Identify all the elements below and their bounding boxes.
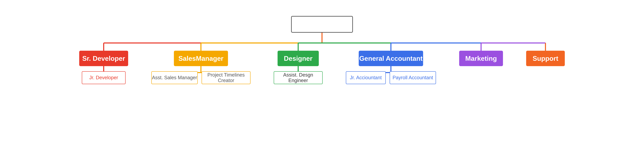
sales-manager-children: Asst. Sales Manager Project Timelines Cr… xyxy=(151,71,250,84)
sales-manager-node[interactable]: SalesManager xyxy=(174,51,228,66)
payroll-accountant-node[interactable]: Payroll Accountant xyxy=(390,71,436,84)
designer-children-row: Assist. Desgn Engineer xyxy=(274,71,323,84)
marketing-node[interactable]: Marketing xyxy=(459,51,503,66)
jr-developer-node[interactable]: Jr. Developer xyxy=(82,71,126,84)
jr-developer-label: Jr. Developer xyxy=(89,75,118,80)
col-marketing: Marketing xyxy=(459,51,503,66)
general-accountant-label: General Accountant xyxy=(359,55,422,62)
designer-node[interactable]: Designer xyxy=(278,51,319,66)
sr-developer-label: Sr. Developer xyxy=(82,55,125,62)
col-support: Support xyxy=(526,51,565,66)
col-designer: Designer Assist. Desgn Engineer xyxy=(274,51,323,84)
general-accountant-children: Jr. Acciountant Payroll Accountant xyxy=(346,71,436,84)
sales-manager-label: SalesManager xyxy=(178,55,224,62)
general-accountant-node[interactable]: General Accountant xyxy=(359,51,423,66)
col-sr-developer: Sr. Developer Jr. Developer xyxy=(79,51,128,84)
marketing-label: Marketing xyxy=(465,55,497,62)
asst-sales-manager-node[interactable]: Asst. Sales Manager xyxy=(151,71,198,84)
sr-developer-node[interactable]: Sr. Developer xyxy=(79,51,128,66)
project-timelines-node[interactable]: Project Timelines Creator xyxy=(202,71,250,84)
level1-container: Sr. Developer Jr. Developer SalesManager… xyxy=(13,51,631,84)
designer-children: Assist. Desgn Engineer xyxy=(274,71,323,84)
co-founders-box xyxy=(291,16,353,33)
jr-accountant-label: Jr. Acciountant xyxy=(350,75,382,80)
jr-accountant-node[interactable]: Jr. Acciountant xyxy=(346,71,386,84)
general-accountant-children-row: Jr. Acciountant Payroll Accountant xyxy=(346,71,436,84)
support-node[interactable]: Support xyxy=(526,51,565,66)
project-timelines-label: Project Timelines Creator xyxy=(202,72,250,83)
asst-sales-manager-label: Asst. Sales Manager xyxy=(152,75,197,80)
sales-manager-children-row: Asst. Sales Manager Project Timelines Cr… xyxy=(151,71,250,84)
org-chart: Sr. Developer Jr. Developer SalesManager… xyxy=(13,8,631,137)
sr-developer-children-row: Jr. Developer xyxy=(82,71,126,84)
support-label: Support xyxy=(532,55,558,62)
assist-design-label: Assist. Desgn Engineer xyxy=(274,72,322,83)
payroll-accountant-label: Payroll Accountant xyxy=(392,75,433,80)
col-general-accountant: General Accountant Jr. Acciountant Payro… xyxy=(346,51,436,84)
root-node xyxy=(291,16,353,33)
assist-design-node[interactable]: Assist. Desgn Engineer xyxy=(274,71,323,84)
sr-developer-children: Jr. Developer xyxy=(82,71,126,84)
col-sales-manager: SalesManager Asst. Sales Manager Project… xyxy=(151,51,250,84)
designer-label: Designer xyxy=(284,55,312,62)
